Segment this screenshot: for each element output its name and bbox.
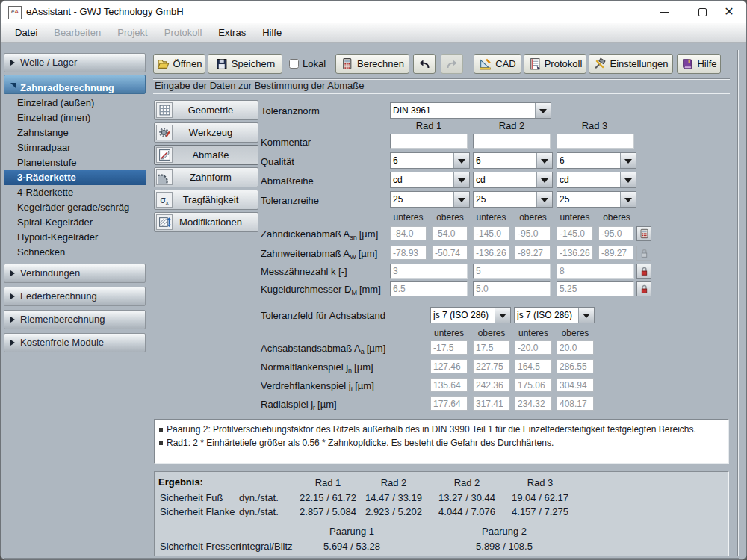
tools-icon [593, 57, 606, 70]
toleranznorm-label: Toleranznorm [261, 105, 320, 116]
normalflankenspiel-field: 127.46 [430, 359, 468, 373]
nav-zahnform-button[interactable]: Zahnform [154, 167, 258, 187]
toleranzfeld-paarung1-select[interactable]: js 7 (ISO 286) [430, 307, 511, 323]
messzaehnezahl-rad3-field[interactable]: 8 [557, 264, 634, 279]
sidebar-group-zahnradberechnung[interactable]: Zahnradberechnung [4, 75, 146, 94]
menu-projekt: Projekt [109, 27, 155, 38]
dropdown-arrow-icon[interactable] [495, 308, 510, 323]
dropdown-arrow-icon[interactable] [620, 153, 636, 168]
bullet-icon [159, 441, 163, 445]
qualitaet-rad1-select[interactable]: 6 [390, 152, 470, 169]
toleranzreihe-rad1-select[interactable]: 25 [390, 191, 470, 208]
sidebar-item-einzelrad-aussen[interactable]: Einzelrad (außen) [4, 96, 146, 111]
save-button[interactable]: Speichern [208, 54, 282, 74]
cad-button[interactable]: CAD [474, 54, 521, 74]
kommentar-rad2-input[interactable] [473, 134, 551, 149]
redo-icon [446, 59, 458, 69]
sidebar-item-schnecken[interactable]: Schnecken [4, 245, 146, 260]
toleranznorm-select[interactable]: DIN 3961 [390, 102, 551, 119]
zahndicken-field: -84.0 [390, 226, 427, 240]
kugeldurchmesser-rad3-field[interactable]: 5.25 [557, 281, 634, 296]
kommentar-rad3-input[interactable] [557, 134, 634, 149]
local-checkbox[interactable] [289, 59, 299, 69]
zahndicken-field: -95.0 [598, 226, 633, 240]
close-button[interactable]: ✕ [713, 1, 746, 23]
sidebar-item-kegelraeder[interactable]: Kegelräder gerade/schräg [4, 200, 146, 215]
unteres-header: unteres [515, 328, 552, 338]
sidebar-group-federberechnung[interactable]: Federberechnung [4, 287, 146, 306]
redo-button [441, 54, 463, 74]
sidebar-item-stirnradpaar[interactable]: Stirnradpaar [4, 140, 146, 155]
sidebar-item-spiral-kegelraeder[interactable]: Spiral-Kegelräder [4, 215, 146, 230]
messzaehnezahl-rad2-field[interactable]: 5 [473, 264, 551, 279]
dropdown-arrow-icon[interactable] [620, 192, 636, 207]
zahndicken-field: -145.0 [557, 226, 593, 240]
qualitaet-rad3-select[interactable]: 6 [557, 152, 636, 169]
sidebar-item-4-raederkette[interactable]: 4-Räderkette [4, 185, 146, 200]
sidebar-item-hypoid-kegelraeder[interactable]: Hypoid-Kegelräder [4, 230, 146, 245]
messzaehnezahl-lock-button[interactable] [636, 264, 651, 279]
menu-datei[interactable]: Datei [7, 27, 46, 38]
zahndicken-calc-button[interactable] [636, 226, 651, 241]
nav-modifikationen-button[interactable]: Modifikationen [154, 212, 258, 232]
dropdown-arrow-icon[interactable] [535, 103, 551, 118]
open-label: Öffnen [173, 58, 202, 69]
dropdown-arrow-icon[interactable] [536, 172, 552, 187]
sidebar-item-zahnstange[interactable]: Zahnstange [4, 125, 146, 140]
kugeldurchmesser-rad2-field[interactable]: 5.0 [473, 281, 551, 296]
kugeldurchmesser-rad1-field[interactable]: 6.5 [390, 281, 468, 296]
dropdown-arrow-icon[interactable] [536, 153, 552, 168]
dropdown-arrow-icon[interactable] [453, 153, 469, 168]
nav-abmasse-button[interactable]: Abmaße [154, 145, 258, 165]
qualitaet-label: Qualität [261, 156, 294, 167]
toleranzreihe-rad3-select[interactable]: 25 [557, 191, 636, 208]
toleranzfeld-paarung2-select[interactable]: js 7 (ISO 286) [514, 307, 595, 323]
messzaehnezahl-rad1-field[interactable]: 3 [390, 264, 468, 279]
undo-button[interactable] [413, 54, 436, 74]
paarung2-header: Paarung 2 [467, 526, 542, 537]
dropdown-arrow-icon[interactable] [453, 192, 469, 207]
abmassreihe-rad3-select[interactable]: cd [557, 172, 636, 188]
sidebar-group-riemenberechnung[interactable]: Riemenberechnung [4, 310, 146, 329]
nav-geometrie-button[interactable]: Geometrie [154, 100, 258, 120]
notepad-icon [528, 57, 541, 70]
calculate-button[interactable]: Berechnen [335, 54, 409, 74]
dropdown-arrow-icon[interactable] [453, 172, 469, 187]
nav-tragfaehigkeit-button[interactable]: σx Tragfähigkeit [154, 190, 258, 210]
zahndicken-field: -95.0 [515, 226, 551, 240]
dropdown-arrow-icon[interactable] [620, 172, 636, 187]
menu-hilfe[interactable]: Hilfe [254, 27, 290, 38]
flanke-value: 4.157 / 7.275 [504, 506, 576, 517]
sidebar-item-3-raederkette[interactable]: 3-Räderkette [4, 170, 146, 185]
kommentar-rad1-input[interactable] [390, 134, 468, 149]
verdrehflankenspiel-label: Verdrehflankenspiel jt[µm] [261, 380, 374, 393]
settings-button[interactable]: Einstellungen [589, 54, 673, 74]
toleranzreihe-rad2-select[interactable]: 25 [473, 191, 553, 208]
protocol-button[interactable]: Protokoll [524, 54, 586, 74]
verdrehflankenspiel-field: 175.06 [515, 378, 552, 392]
dropdown-arrow-icon[interactable] [536, 192, 552, 207]
sidebar-item-planetenstufe[interactable]: Planetenstufe [4, 155, 146, 170]
sidebar-group-kostenfreie-module[interactable]: Kostenfreie Module [4, 333, 146, 352]
zahnweiten-lock-button[interactable] [636, 246, 651, 261]
radialspiel-label: Radialspiel jr[µm] [261, 399, 337, 411]
section-title: Eingabe der Daten zur Bestimmung der Abm… [155, 80, 364, 91]
menu-extras[interactable]: Extras [210, 27, 254, 38]
fuss-mode: dyn./stat. [239, 492, 279, 503]
dropdown-arrow-icon[interactable] [578, 308, 594, 323]
kugeldurchmesser-lock-button[interactable] [636, 281, 651, 296]
nav-werkzeug-button[interactable]: Werkzeug [154, 122, 258, 143]
open-button[interactable]: Öffnen [153, 54, 205, 74]
sidebar-group-verbindungen[interactable]: Verbindungen [4, 264, 146, 283]
minimize-button[interactable] [648, 1, 681, 23]
radialspiel-field: 408.17 [557, 396, 594, 411]
calculator-icon [639, 228, 649, 239]
abmassreihe-rad2-select[interactable]: cd [473, 172, 553, 188]
help-button[interactable]: Hilfe [677, 54, 721, 74]
sidebar-group-welle-lager[interactable]: Welle / Lager [4, 53, 146, 72]
qualitaet-rad2-select[interactable]: 6 [473, 152, 553, 169]
sidebar-item-einzelrad-innen[interactable]: Einzelrad (innen) [4, 111, 146, 125]
chevron-right-icon [10, 293, 15, 299]
flanke-value: 4.044 / 7.076 [431, 506, 503, 517]
abmassreihe-rad1-select[interactable]: cd [390, 172, 470, 188]
